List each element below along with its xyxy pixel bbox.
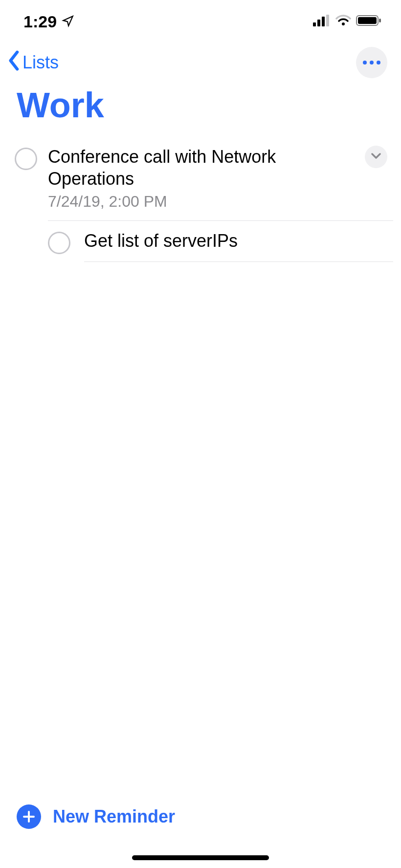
- nav-bar: Lists: [0, 43, 401, 82]
- ellipsis-icon: [363, 61, 380, 65]
- complete-toggle[interactable]: [15, 148, 37, 170]
- reminder-title: Conference call with Network Operations: [48, 146, 385, 190]
- plus-icon: [17, 804, 41, 829]
- back-label: Lists: [22, 52, 59, 73]
- chevron-down-icon: [371, 152, 381, 161]
- svg-rect-7: [379, 19, 381, 22]
- svg-rect-2: [322, 17, 325, 26]
- list-title: Work: [0, 82, 401, 137]
- status-left: 1:29: [23, 12, 74, 31]
- svg-rect-1: [317, 20, 320, 26]
- svg-rect-3: [326, 15, 329, 26]
- location-icon: [62, 12, 74, 31]
- reminder-title: Get list of serverIPs: [84, 230, 385, 252]
- reminder-datetime: 7/24/19, 2:00 PM: [48, 193, 385, 211]
- reminder-item[interactable]: Conference call with Network Operations …: [0, 137, 401, 221]
- status-bar: 1:29: [0, 0, 401, 43]
- reminder-subitem[interactable]: Get list of serverIPs: [0, 221, 401, 262]
- svg-rect-6: [358, 17, 377, 24]
- new-reminder-button[interactable]: New Reminder: [0, 804, 401, 829]
- home-indicator[interactable]: [132, 855, 269, 860]
- svg-point-4: [342, 22, 345, 25]
- status-right: [313, 15, 381, 28]
- complete-toggle[interactable]: [48, 232, 70, 254]
- battery-icon: [356, 15, 381, 28]
- chevron-left-icon: [7, 50, 22, 75]
- new-reminder-label: New Reminder: [53, 806, 175, 827]
- expand-button[interactable]: [365, 146, 387, 168]
- more-button[interactable]: [356, 47, 387, 78]
- reminders-list: Conference call with Network Operations …: [0, 137, 401, 262]
- back-button[interactable]: Lists: [7, 50, 59, 75]
- wifi-icon: [335, 15, 351, 28]
- cellular-icon: [313, 15, 331, 28]
- status-time: 1:29: [23, 12, 57, 31]
- svg-rect-0: [313, 22, 316, 26]
